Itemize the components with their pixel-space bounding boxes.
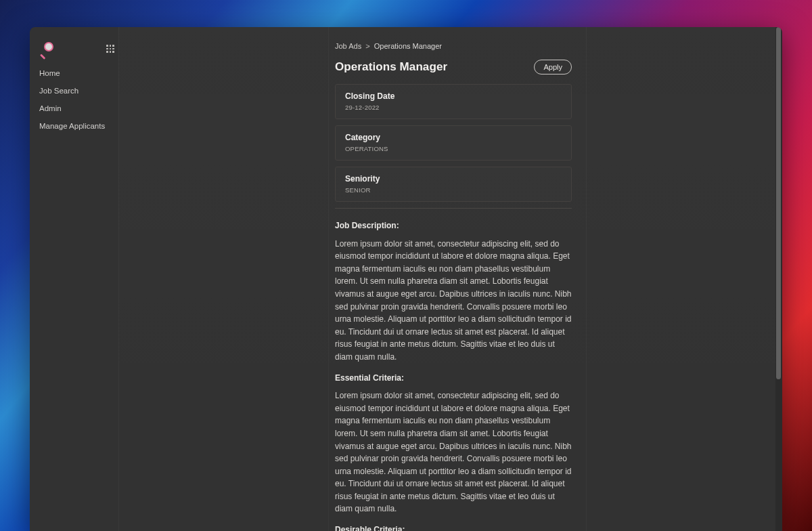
section-heading-essential: Essential Criteria: [335, 372, 572, 385]
meta-label: Category [345, 133, 562, 142]
meta-label: Closing Date [345, 91, 562, 101]
sidebar-item-manage-applicants[interactable]: Manage Applicants [39, 121, 118, 131]
page-titlebar: Operations Manager Apply [335, 60, 572, 75]
sidebar-item-job-search[interactable]: Job Search [39, 85, 118, 96]
meta-value: SENIOR [345, 186, 562, 194]
meta-value: OPERATIONS [345, 145, 562, 152]
meta-card-category: Category OPERATIONS [335, 125, 572, 161]
breadcrumb: Job Ads > Operations Manager [335, 42, 572, 50]
section-heading-job-description: Job Description: [335, 219, 572, 232]
job-detail-page: Job Ads > Operations Manager Operations … [335, 42, 572, 531]
sidebar-nav: Home Job Search Admin Manage Applicants [39, 68, 118, 131]
logo-magnifier-icon [39, 41, 54, 56]
meta-value: 29-12-2022 [345, 104, 562, 111]
sidebar: Home Job Search Admin Manage Applicants [30, 27, 118, 531]
apply-button[interactable]: Apply [534, 60, 572, 75]
sidebar-header [39, 39, 118, 58]
job-sections: Job Description: Lorem ipsum dolor sit a… [335, 219, 572, 531]
divider [335, 208, 572, 209]
meta-card-seniority: Seniority SENIOR [335, 167, 572, 202]
main-content: Job Ads > Operations Manager Operations … [118, 27, 782, 531]
section-heading-desirable: Desirable Criteria: [335, 524, 572, 531]
meta-card-closing-date: Closing Date 29-12-2022 [335, 84, 572, 119]
breadcrumb-root[interactable]: Job Ads [335, 42, 361, 50]
sidebar-item-admin[interactable]: Admin [39, 103, 118, 114]
scrollbar-track[interactable] [775, 27, 782, 531]
section-body-job-description: Lorem ipsum dolor sit amet, consectetur … [335, 238, 572, 364]
sidebar-item-home[interactable]: Home [39, 68, 118, 79]
breadcrumb-current: Operations Manager [374, 42, 442, 50]
section-body-essential: Lorem ipsum dolor sit amet, consectetur … [335, 389, 572, 515]
meta-label: Seniority [345, 174, 562, 184]
breadcrumb-separator: > [365, 42, 369, 50]
page-title: Operations Manager [335, 60, 447, 74]
scrollbar-thumb[interactable] [776, 27, 781, 379]
app-window: Home Job Search Admin Manage Applicants … [30, 27, 782, 531]
apps-grid-icon[interactable] [106, 45, 114, 53]
